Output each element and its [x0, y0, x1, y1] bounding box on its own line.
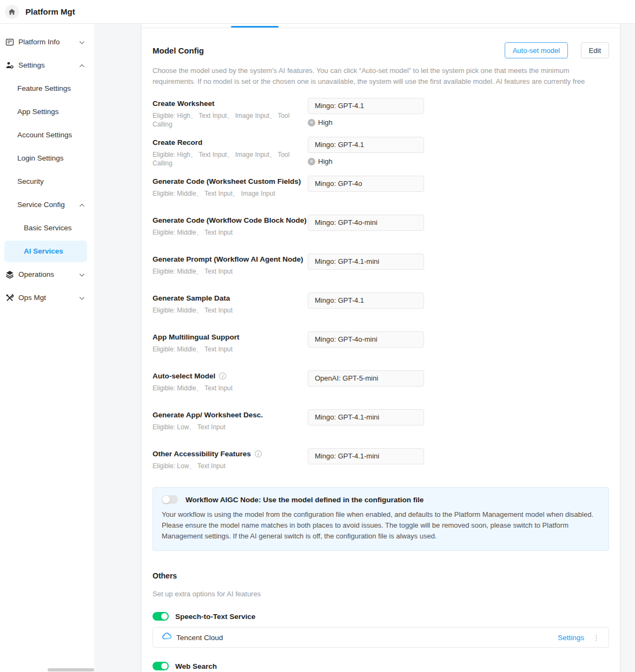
edit-button[interactable]: Edit	[581, 42, 609, 58]
service-settings-link[interactable]: Settings	[558, 634, 584, 642]
model-select[interactable]: Mingo: GPT-4o-mini	[308, 215, 424, 231]
tab-bar	[142, 24, 620, 28]
model-tag-label: High	[318, 157, 333, 165]
model-row-label: Generate App/ Worksheet Desc.	[153, 411, 263, 419]
model-config-row: Generate Sample Data Eligible: Middle、 T…	[153, 292, 609, 315]
model-row-control: Mingo: GPT-4.1-mini	[308, 254, 424, 276]
sidebar-item-account-settings[interactable]: Account Settings	[0, 123, 94, 147]
model-config-title: Model Config	[153, 46, 204, 55]
model-row-label: Auto-select Model	[153, 372, 215, 380]
auto-set-model-button[interactable]: Auto-set model	[505, 42, 568, 58]
model-select[interactable]: Mingo: GPT-4.1	[308, 137, 424, 153]
sidebar-item-label: Account Settings	[17, 131, 72, 139]
service-toggle-label: Web Search	[175, 662, 217, 670]
model-row-eligible: Eligible: Middle、 Text Input	[153, 267, 308, 276]
sidebar-item-login-settings[interactable]: Login Settings	[0, 147, 94, 170]
model-row-control: Mingo: GPT-4.1 × High	[308, 137, 424, 167]
kebab-menu-icon[interactable]: ⋮	[593, 634, 600, 641]
sidebar-item-label: Security	[17, 177, 44, 185]
sidebar-item-settings[interactable]: Settings	[0, 54, 94, 77]
home-icon-glyph	[8, 8, 16, 16]
model-tag: × High	[308, 157, 424, 165]
sidebar-item-feature-settings[interactable]: Feature Settings	[0, 77, 94, 100]
model-row-info: Generate Sample Data Eligible: Middle、 T…	[153, 292, 308, 315]
model-row-info: Auto-select Model i Eligible: Middle、 Te…	[153, 370, 308, 393]
sidebar-item-ai-services[interactable]: AI Services	[0, 239, 94, 263]
model-row-info: Generate Code (Workflow Code Block Node)…	[153, 215, 308, 237]
sidebar-item-label: Platform Info	[18, 38, 60, 46]
sidebar-item-basic-services[interactable]: Basic Services	[0, 216, 94, 239]
model-tag: × High	[308, 118, 424, 127]
chevron-down-icon	[79, 38, 85, 46]
model-row-eligible: Eligible: High、 Text Input、 Image Input、…	[153, 150, 308, 167]
model-row-info: Create Worksheet Eligible: High、 Text In…	[153, 98, 308, 128]
model-row-info: App Multilingual Support Eligible: Middl…	[153, 331, 308, 354]
service-toggle[interactable]	[153, 662, 169, 670]
aigc-panel: Workflow AIGC Node: Use the model define…	[153, 487, 609, 551]
sidebar-item-app-settings[interactable]: App Settings	[0, 100, 94, 123]
tencent-cloud-icon	[162, 633, 172, 642]
model-config-actions: Auto-set model Edit	[505, 42, 609, 58]
model-select[interactable]: Mingo: GPT-4.1	[308, 98, 424, 114]
service-toggle-label: Speech-to-Text Service	[175, 613, 255, 621]
sidebar-item-label: Ops Mgt	[18, 294, 46, 302]
model-config-row: Create Record Eligible: High、 Text Input…	[153, 137, 609, 167]
model-row-eligible: Eligible: Middle、 Text Input	[153, 345, 308, 354]
service-provider-card: Tencent Cloud Settings ⋮	[153, 627, 609, 648]
model-select[interactable]: OpenAI: GPT-5-mini	[308, 370, 424, 387]
model-select[interactable]: Mingo: GPT-4.1-mini	[308, 409, 424, 425]
model-row-control: Mingo: GPT-4.1	[308, 292, 424, 315]
service-actions: Settings ⋮	[558, 634, 600, 642]
toggle-knob	[161, 613, 168, 620]
model-row-label: Generate Sample Data	[153, 294, 230, 302]
model-row-info: Generate App/ Worksheet Desc. Eligible: …	[153, 409, 308, 432]
sidebar-item-label: Feature Settings	[17, 84, 71, 92]
remove-tag-icon[interactable]: ×	[308, 158, 315, 165]
model-row-info: Create Record Eligible: High、 Text Input…	[153, 137, 308, 167]
platform-info-icon	[5, 38, 14, 46]
model-row-eligible: Eligible: Middle、 Text Input	[153, 228, 308, 237]
aigc-toggle[interactable]	[162, 495, 178, 504]
model-config-row: Auto-select Model i Eligible: Middle、 Te…	[153, 370, 609, 393]
info-icon[interactable]: i	[255, 450, 262, 457]
service-toggle[interactable]	[153, 612, 169, 621]
model-row-eligible: Eligible: Middle、 Text Input、 Image Inpu…	[153, 189, 308, 198]
model-config-row: Generate Prompt (Workflow AI Agent Node)…	[153, 254, 609, 276]
sidebar-item-platform-info[interactable]: Platform Info	[0, 30, 94, 54]
service-toggle-row: Web Search	[153, 662, 609, 670]
model-row-eligible: Eligible: Middle、 Text Input	[153, 384, 308, 393]
sidebar-item-label: Settings	[18, 61, 45, 69]
aigc-panel-body: Your workflow is using the model from th…	[162, 509, 600, 542]
model-row-control: Mingo: GPT-4o-mini	[308, 215, 424, 237]
aigc-panel-header: Workflow AIGC Node: Use the model define…	[162, 495, 600, 504]
model-select[interactable]: Mingo: GPT-4o	[308, 176, 424, 192]
horizontal-scrollbar-thumb[interactable]	[48, 668, 94, 671]
model-row-control: OpenAI: GPT-5-mini	[308, 370, 424, 393]
others-title: Others	[153, 571, 609, 580]
model-row-label: Generate Prompt (Workflow AI Agent Node)	[153, 255, 303, 263]
model-select[interactable]: Mingo: GPT-4.1-mini	[308, 448, 424, 464]
home-icon[interactable]	[5, 5, 19, 19]
model-row-label: Generate Code (Workflow Code Block Node)	[153, 216, 307, 224]
sidebar-item-operations[interactable]: Operations	[0, 263, 94, 286]
sidebar-item-security[interactable]: Security	[0, 170, 94, 193]
active-tab-indicator[interactable]	[231, 26, 279, 28]
sidebar-item-ops-mgt[interactable]: Ops Mgt	[0, 286, 94, 309]
sidebar-item-label: Login Settings	[17, 154, 64, 162]
model-row-eligible: Eligible: Low、 Text Input	[153, 423, 308, 432]
model-config-row: Generate App/ Worksheet Desc. Eligible: …	[153, 409, 609, 432]
chevron-down-icon	[79, 294, 85, 302]
sidebar-item-service-config[interactable]: Service Config	[0, 193, 94, 216]
model-config-row: Generate Code (Workflow Code Block Node)…	[153, 215, 609, 237]
sidebar-item-label: App Settings	[17, 108, 59, 116]
model-select[interactable]: Mingo: GPT-4.1	[308, 292, 424, 309]
model-row-eligible: Eligible: Low、 Text Input	[153, 462, 308, 471]
info-icon[interactable]: i	[219, 372, 226, 380]
model-row-control: Mingo: GPT-4.1 × High	[308, 98, 424, 128]
model-select[interactable]: Mingo: GPT-4.1-mini	[308, 254, 424, 270]
remove-tag-icon[interactable]: ×	[308, 119, 315, 127]
app-title: Platform Mgt	[25, 7, 75, 16]
model-config-description: Choose the model used by the system's AI…	[153, 65, 609, 87]
model-select[interactable]: Mingo: GPT-4o-mini	[308, 331, 424, 348]
model-config-header: Model Config Auto-set model Edit	[153, 42, 609, 58]
